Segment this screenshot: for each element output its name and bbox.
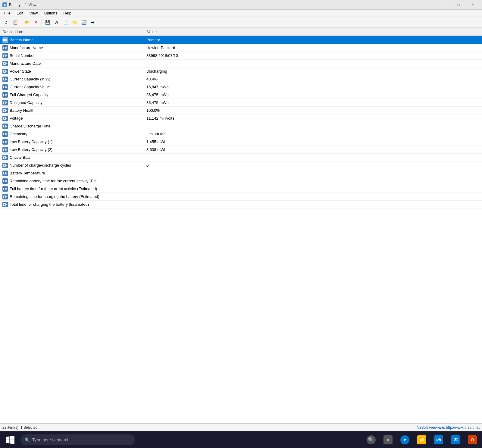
taskbar-edge-icon: e: [400, 435, 409, 444]
table-row[interactable]: Voltage11,142 millivolts: [0, 114, 482, 122]
taskbar-folder-button[interactable]: 📁: [415, 433, 429, 447]
row-value: 36,475 mWh: [146, 92, 480, 97]
app-icon: B: [2, 2, 7, 7]
taskbar-edge-button[interactable]: e: [398, 433, 412, 447]
row-description: Full battery time for the current activi…: [10, 186, 146, 191]
row-description: Low Battery Capacity (1): [10, 139, 146, 144]
table-row[interactable]: Power StateDischarging: [0, 67, 482, 75]
taskbar-office-button[interactable]: O: [465, 433, 480, 447]
taskbar-office-icon: O: [468, 435, 477, 444]
svg-rect-52: [6, 173, 7, 174]
taskbar-search-button[interactable]: 🔍: [364, 433, 378, 447]
row-description: Battery Health: [10, 108, 146, 113]
menu-help[interactable]: Help: [60, 10, 74, 16]
svg-rect-11: [4, 63, 5, 64]
table-row[interactable]: Low Battery Capacity (2)3,638 mWh: [0, 146, 482, 154]
row-description: Total time for charging the battery (Est…: [10, 202, 146, 207]
windows-logo-icon: [6, 436, 14, 444]
app-window: B Battery Info View ─ □ ✕ File Edit View…: [0, 0, 482, 431]
toolbar-close[interactable]: ✕: [32, 18, 40, 27]
maximize-button[interactable]: □: [452, 0, 465, 9]
table-row[interactable]: Remaining time for charging the battery …: [0, 193, 482, 201]
toolbar-refresh[interactable]: 🔄: [80, 18, 88, 27]
table-row[interactable]: Current Capacity (in %)43.4%: [0, 75, 482, 83]
svg-rect-34: [6, 126, 7, 127]
svg-rect-2: [4, 39, 5, 41]
svg-rect-31: [6, 118, 7, 119]
minimize-button[interactable]: ─: [437, 0, 451, 9]
table-row[interactable]: Full Charged Capacity36,475 mWh: [0, 91, 482, 99]
row-battery-icon: [2, 163, 8, 168]
sort-arrow[interactable]: ↑: [23, 30, 25, 33]
table-row[interactable]: Current Capacity Value15,847 mWh: [0, 83, 482, 91]
menu-edit[interactable]: Edit: [14, 10, 26, 16]
row-battery-icon: [2, 61, 8, 66]
row-battery-icon: [2, 45, 8, 51]
table-row[interactable]: Critical Bias: [0, 154, 482, 161]
svg-rect-13: [6, 71, 7, 72]
svg-rect-47: [4, 157, 5, 158]
table-row[interactable]: Battery NamePrimary: [0, 36, 482, 44]
toolbar-sep-2: [42, 19, 42, 26]
table-row[interactable]: Manufacture NameHewlett-Packard: [0, 44, 482, 52]
status-item-count: 22 item(s), 1 Selected: [2, 425, 417, 430]
toolbar-new[interactable]: 🗋: [2, 18, 10, 27]
toolbar-copy[interactable]: 📋: [11, 18, 19, 27]
table-row[interactable]: Total time for charging the battery (Est…: [0, 201, 482, 208]
taskbar-search-icon: 🔍: [25, 437, 30, 442]
row-description: Serial Number: [10, 53, 146, 58]
table-row[interactable]: Low Battery Capacity (1)1,455 mWh: [0, 138, 482, 146]
close-button[interactable]: ✕: [466, 0, 480, 9]
row-battery-icon: [2, 155, 8, 160]
row-value: Discharging: [146, 69, 480, 74]
start-button[interactable]: [2, 432, 18, 448]
title-bar: B Battery Info View ─ □ ✕: [0, 0, 482, 10]
svg-rect-65: [4, 204, 5, 205]
table-row[interactable]: Battery Health100.0%: [0, 107, 482, 114]
toolbar-folder[interactable]: 📁: [70, 18, 79, 27]
svg-rect-55: [6, 180, 7, 182]
toolbar-open[interactable]: 📂: [23, 18, 31, 27]
toolbar-export[interactable]: 📄: [61, 18, 70, 27]
toolbar-forward[interactable]: ➡: [89, 18, 97, 27]
menu-bar: File Edit View Options Help: [0, 10, 482, 17]
table-row[interactable]: Charge/Discharge Rate: [0, 122, 482, 130]
row-description: Battery Temperature: [10, 171, 146, 175]
row-description: Remaining time for charging the battery …: [10, 194, 146, 199]
svg-rect-7: [6, 55, 7, 56]
taskbar-mail-icon: ✉: [451, 435, 460, 444]
menu-file[interactable]: File: [1, 10, 14, 16]
toolbar-print[interactable]: 🖨: [52, 18, 61, 27]
row-battery-icon: [2, 53, 8, 58]
table-row[interactable]: Manufacture Date: [0, 60, 482, 67]
table-row[interactable]: Full battery time for the current activi…: [0, 185, 482, 193]
title-bar-controls: ─ □ ✕: [437, 0, 480, 9]
row-value: Primary: [146, 38, 480, 42]
taskbar-task-view-button[interactable]: ⧉: [381, 433, 395, 447]
taskbar-folder-icon: 📁: [417, 435, 426, 444]
toolbar-save[interactable]: 💾: [43, 18, 52, 27]
taskbar-store-button[interactable]: 🛍: [431, 433, 446, 447]
table-row[interactable]: ChemistryLithium Ion: [0, 130, 482, 138]
row-battery-icon: [2, 92, 8, 98]
row-value: 11,142 millivolts: [146, 116, 480, 121]
svg-rect-32: [4, 117, 5, 119]
row-description: Remaining battery time for the current a…: [10, 179, 146, 183]
svg-rect-10: [6, 63, 7, 64]
taskbar-icons: 🔍 ⧉ e 📁 🛍 ✉ O: [364, 433, 480, 447]
taskbar-mail-button[interactable]: ✉: [448, 433, 463, 447]
menu-view[interactable]: View: [26, 10, 41, 16]
row-description: Charge/Discharge Rate: [10, 124, 146, 128]
row-description: Battery Name: [10, 38, 146, 42]
row-value: 0: [146, 163, 480, 168]
svg-rect-41: [4, 141, 5, 143]
row-battery-icon: [2, 139, 8, 145]
search-box[interactable]: 🔍 Type here to search: [20, 434, 135, 445]
table-row[interactable]: Serial Number38998 2018/07/10: [0, 52, 482, 60]
svg-rect-22: [6, 94, 7, 96]
table-row[interactable]: Number of charge/discharge cycles0: [0, 161, 482, 169]
menu-options[interactable]: Options: [41, 10, 60, 16]
table-row[interactable]: Designed Capacity36,475 mWh: [0, 99, 482, 107]
table-row[interactable]: Battery Temperature: [0, 169, 482, 177]
table-row[interactable]: Remaining battery time for the current a…: [0, 177, 482, 185]
